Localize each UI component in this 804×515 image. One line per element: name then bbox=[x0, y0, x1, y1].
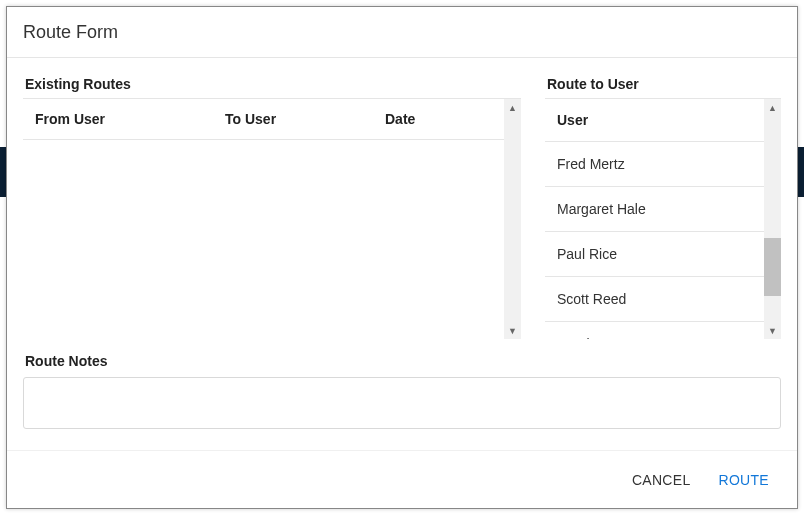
route-form-dialog: Route Form Existing Routes From User To … bbox=[6, 6, 798, 509]
user-list-item[interactable]: Jacob Dawson bbox=[545, 322, 764, 339]
dialog-header: Route Form bbox=[7, 7, 797, 58]
existing-routes-table-header: From User To User Date bbox=[23, 99, 504, 140]
route-to-user-list: User Fred Mertz Margaret Hale Paul Rice … bbox=[545, 99, 764, 339]
scrollbar-thumb[interactable] bbox=[764, 238, 781, 296]
user-list-item[interactable]: Paul Rice bbox=[545, 232, 764, 277]
route-button[interactable]: ROUTE bbox=[719, 472, 770, 488]
route-to-user-section: Route to User User Fred Mertz Margaret H… bbox=[545, 76, 781, 339]
scrollbar-track[interactable] bbox=[764, 116, 781, 322]
column-header-to-user: To User bbox=[225, 111, 385, 127]
scroll-up-icon[interactable]: ▲ bbox=[504, 99, 521, 116]
dialog-footer: CANCEL ROUTE bbox=[7, 450, 797, 508]
user-list-scrollbar[interactable]: ▲ ▼ bbox=[764, 99, 781, 339]
cancel-button[interactable]: CANCEL bbox=[632, 472, 691, 488]
user-list-item[interactable]: Scott Reed bbox=[545, 277, 764, 322]
scroll-up-icon[interactable]: ▲ bbox=[764, 99, 781, 116]
column-header-user: User bbox=[545, 99, 764, 142]
dialog-title: Route Form bbox=[23, 22, 781, 43]
route-to-user-heading: Route to User bbox=[545, 76, 781, 92]
existing-routes-table-body: From User To User Date bbox=[23, 99, 504, 339]
sections-row: Existing Routes From User To User Date ▲… bbox=[23, 58, 781, 339]
existing-routes-table: From User To User Date ▲ ▼ bbox=[23, 98, 521, 339]
existing-routes-scrollbar[interactable]: ▲ ▼ bbox=[504, 99, 521, 339]
route-notes-input[interactable] bbox=[23, 377, 781, 429]
existing-routes-heading: Existing Routes bbox=[23, 76, 521, 92]
user-list-item[interactable]: Margaret Hale bbox=[545, 187, 764, 232]
user-list-item[interactable]: Fred Mertz bbox=[545, 142, 764, 187]
existing-routes-section: Existing Routes From User To User Date ▲… bbox=[23, 76, 521, 339]
route-to-user-list-wrap: User Fred Mertz Margaret Hale Paul Rice … bbox=[545, 98, 781, 339]
column-header-from-user: From User bbox=[35, 111, 225, 127]
route-notes-heading: Route Notes bbox=[25, 353, 781, 369]
scroll-down-icon[interactable]: ▼ bbox=[504, 322, 521, 339]
dialog-body: Existing Routes From User To User Date ▲… bbox=[7, 58, 797, 433]
column-header-date: Date bbox=[385, 111, 504, 127]
scroll-down-icon[interactable]: ▼ bbox=[764, 322, 781, 339]
scrollbar-track[interactable] bbox=[504, 116, 521, 322]
